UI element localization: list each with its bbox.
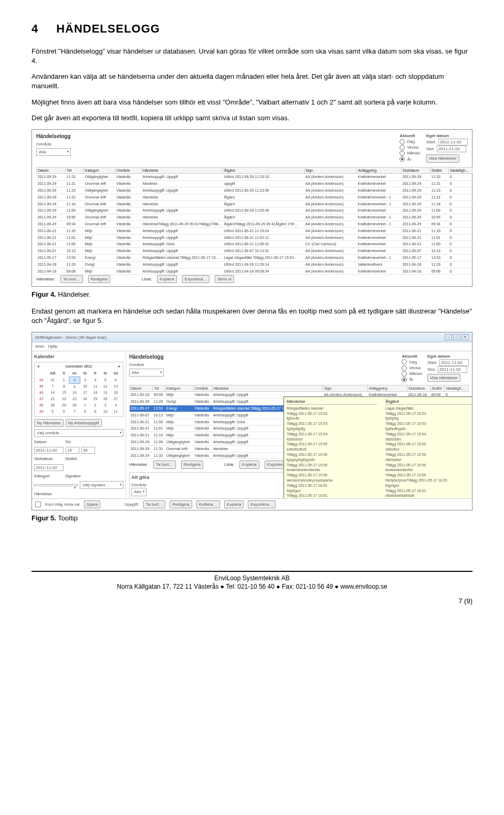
calendar[interactable]: ◄november 2011► måtiontofrlösö4431123456… [34, 362, 123, 416]
figure-5-window: DriftDagboken - Demo (39 dagar kvar) –□✕… [32, 332, 472, 510]
exportera-button[interactable]: Exportera… [182, 275, 210, 283]
paragraph-3: Möjlighet finns även att bara visa hände… [32, 98, 472, 107]
menu-hjalp[interactable]: Hjälp [48, 344, 57, 349]
page-footer: EnviLoop Systemteknik AB Norra Källgatan… [32, 571, 472, 607]
table-row[interactable]: 2011-06-2111:01MiljöVästeråsArbetsuppgif… [37, 234, 472, 241]
table-row[interactable]: 2011-09-2911:22Onormal driftVästeråsHänd… [37, 194, 472, 201]
table-row[interactable]: 2011-09-2911:23OtillgänglighetVästeråsAr… [37, 187, 472, 194]
datum-input[interactable]: 2011-11-02 [34, 447, 64, 454]
skrivut-button[interactable]: Skriv ut [215, 275, 234, 283]
redigera-button[interactable]: Redigera [88, 275, 110, 283]
ny-handelse-button[interactable]: Ny Händelse [34, 419, 64, 427]
paragraph-5: Endast genom att markera en händelse och… [32, 307, 472, 326]
ny-arbetsuppgift-button[interactable]: Ny Arbetsuppgift [66, 419, 102, 427]
egetdatum-label: Eget datum [426, 133, 468, 139]
valj-omrade-combo[interactable]: Välj område… [34, 429, 123, 437]
page-number: 7 (9) [32, 597, 472, 606]
spara-button[interactable]: Spara [84, 500, 100, 508]
table-row[interactable]: 2011-09-2911:33OtillgänglighetVästeråsAr… [37, 174, 472, 181]
kalender-title: Kalender [34, 353, 123, 360]
radio-manad[interactable] [400, 151, 405, 156]
paragraph-4: Det går även att exportera till textfil,… [32, 113, 472, 123]
table-row[interactable]: 2011-09-2911:18Onormal driftVästeråsHänd… [37, 201, 472, 207]
aktuellt-label: Aktuellt [400, 133, 419, 139]
window-buttons[interactable]: –□✕ [444, 334, 469, 340]
footer-address: Norra Källgatan 17, 722 11 Västerås ● Te… [32, 582, 472, 591]
table-row[interactable]: 2011-09-2911:09OtillgänglighetVästeråsAr… [37, 207, 472, 214]
table-row[interactable]: 2011-09-2909:34Onormal driftVästeråsHänd… [37, 221, 472, 228]
table-row[interactable]: 2011-06-0716:13MiljöVästeråsArbetsuppgif… [37, 248, 472, 255]
table-row[interactable]: 2011-09-2910:56Onormal driftVästeråsHänd… [37, 214, 472, 221]
paragraph-2: Användaren kan välja att se händelserna … [32, 72, 472, 91]
kom-ihag-checkbox[interactable] [35, 501, 41, 507]
table-row[interactable]: 2011-04-1809:08MiljöVästeråsArbetsuppgif… [37, 268, 472, 275]
figure-4-caption: Figur 4. Händelser. [32, 290, 472, 299]
table-row[interactable]: 2011-04-2811:29ÖvrigtVästeråsArbetsuppgi… [37, 261, 472, 268]
handelselogg-table[interactable]: DatumTidKategoriOmrådeHändelseÅtgärdSign… [36, 167, 472, 275]
tabort-button[interactable]: Ta bort… [60, 275, 82, 283]
table-row[interactable]: 2011-06-2111:00MiljöVästeråsArbetsuppgif… [37, 241, 472, 248]
radio-vecka[interactable] [400, 145, 405, 150]
table-row[interactable]: 2011-09-2911:31Onormal driftVästeråshänd… [37, 181, 472, 187]
start-date[interactable]: 2011-11-02 [438, 139, 468, 145]
figure-5-caption: Figur 5. Tooltip [32, 514, 472, 523]
paragraph-1: Fönstret "Händelselogg" visar händelser … [32, 47, 472, 66]
section-number: 4 [32, 21, 52, 37]
radio-ar[interactable] [400, 156, 405, 162]
figure-4-panel: Händelselogg Område Alla Aktuellt Dag Ve… [32, 129, 472, 287]
footer-company: EnviLoop Systemteknik AB [32, 574, 472, 583]
kopiera-button[interactable]: Kopiera [157, 275, 177, 283]
tooltip: HändelseRökgasfläkten stannat.Tillägg 20… [284, 396, 472, 499]
handelse-label: Händelse: [36, 276, 55, 282]
omrade-label: Område [36, 141, 71, 147]
section-heading: 4 HÄNDELSELOGG [32, 21, 472, 37]
omrade-combo[interactable]: Alla [36, 148, 71, 156]
section-title: HÄNDELSELOGG [56, 22, 160, 35]
table-row[interactable]: 2011-05-1713:53EnergiVästeråsRökgasfläkt… [37, 255, 472, 262]
slut-date[interactable]: 2011-11-02 [437, 145, 466, 152]
menu-arkiv[interactable]: Arkiv [35, 344, 45, 349]
visa-handelser-button[interactable]: Visa händelser [426, 154, 459, 162]
panel-title: Händelselogg [36, 133, 71, 140]
table-row[interactable]: 2011-06-2111:10MiljöVästeråsArbetsuppgif… [37, 227, 472, 234]
radio-dag[interactable] [400, 139, 405, 144]
lista-label: Lista: [142, 276, 152, 282]
slutdatum-input[interactable]: 2011-11-02 [34, 464, 64, 471]
window-title: DriftDagboken - Demo (39 dagar kvar) [35, 335, 107, 340]
